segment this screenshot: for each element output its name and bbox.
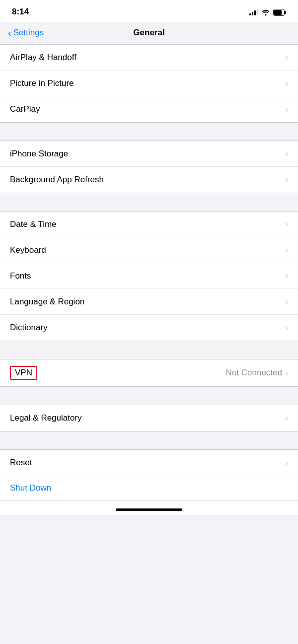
row-label: Date & Time bbox=[10, 219, 57, 229]
section-group-vpn: VPN Not Connected › bbox=[0, 359, 298, 387]
row-right: › bbox=[285, 245, 288, 255]
svg-rect-1 bbox=[285, 11, 286, 14]
chevron-icon: › bbox=[285, 52, 288, 63]
row-label: Dictionary bbox=[10, 323, 48, 333]
row-label: Fonts bbox=[10, 271, 31, 281]
vpn-list-item[interactable]: VPN Not Connected › bbox=[0, 359, 298, 386]
nav-header: ‹ Settings General bbox=[0, 22, 298, 44]
vpn-label-box: VPN bbox=[10, 366, 37, 380]
list-item[interactable]: Background App Refresh › bbox=[0, 167, 298, 193]
chevron-icon: › bbox=[285, 271, 288, 281]
chevron-icon: › bbox=[285, 175, 288, 185]
row-label: Picture in Picture bbox=[10, 78, 74, 88]
row-right: › bbox=[285, 52, 288, 63]
chevron-icon: › bbox=[285, 296, 288, 307]
shutdown-row[interactable]: Shut Down bbox=[0, 476, 298, 501]
row-label: CarPlay bbox=[10, 104, 40, 114]
section-group-legal: Legal & Regulatory › bbox=[0, 405, 298, 431]
section-divider bbox=[0, 193, 298, 211]
row-right: › bbox=[285, 148, 288, 159]
row-right: › bbox=[285, 271, 288, 281]
list-group-1: AirPlay & Handoff › Picture in Picture ›… bbox=[0, 44, 298, 123]
wifi-icon bbox=[261, 7, 270, 16]
back-chevron-icon: ‹ bbox=[8, 28, 11, 38]
chevron-icon: › bbox=[285, 458, 288, 468]
row-right: Not Connected › bbox=[226, 368, 288, 378]
vpn-label: VPN bbox=[15, 368, 32, 377]
chevron-icon: › bbox=[285, 413, 288, 424]
list-item[interactable]: CarPlay › bbox=[0, 96, 298, 122]
section-divider bbox=[0, 387, 298, 405]
section-divider bbox=[0, 341, 298, 359]
row-right: › bbox=[285, 323, 288, 333]
shutdown-label[interactable]: Shut Down bbox=[10, 483, 51, 493]
list-group-3: Date & Time › Keyboard › Fonts › Languag… bbox=[0, 211, 298, 341]
svg-rect-2 bbox=[274, 10, 282, 15]
row-label: Language & Region bbox=[10, 297, 84, 307]
status-icons bbox=[249, 7, 286, 16]
list-item[interactable]: Date & Time › bbox=[0, 212, 298, 237]
row-right: › bbox=[285, 458, 288, 468]
reset-list-item[interactable]: Reset › bbox=[0, 450, 298, 476]
list-item[interactable]: iPhone Storage › bbox=[0, 141, 298, 167]
section-divider bbox=[0, 431, 298, 449]
status-bar: 8:14 bbox=[0, 0, 298, 22]
list-item[interactable]: Language & Region › bbox=[0, 289, 298, 315]
list-item[interactable]: Keyboard › bbox=[0, 237, 298, 263]
vpn-status: Not Connected bbox=[226, 368, 282, 378]
row-right: › bbox=[285, 296, 288, 307]
row-label: Reset bbox=[10, 458, 32, 468]
row-right: › bbox=[285, 413, 288, 424]
section-divider bbox=[0, 123, 298, 141]
list-item[interactable]: Legal & Regulatory › bbox=[0, 405, 298, 431]
chevron-icon: › bbox=[285, 323, 288, 333]
status-time: 8:14 bbox=[12, 7, 29, 17]
chevron-icon: › bbox=[285, 148, 288, 159]
chevron-icon: › bbox=[285, 368, 288, 378]
back-label: Settings bbox=[13, 28, 44, 38]
page-title: General bbox=[133, 28, 164, 38]
row-label: AirPlay & Handoff bbox=[10, 53, 76, 63]
section-group-3: Date & Time › Keyboard › Fonts › Languag… bbox=[0, 211, 298, 341]
row-right: › bbox=[285, 175, 288, 185]
chevron-icon: › bbox=[285, 104, 288, 115]
row-label: Background App Refresh bbox=[10, 175, 104, 185]
list-item[interactable]: Picture in Picture › bbox=[0, 71, 298, 96]
signal-icon bbox=[249, 8, 258, 15]
section-group-reset: Reset › bbox=[0, 449, 298, 476]
list-group-reset: Reset › bbox=[0, 449, 298, 476]
list-item[interactable]: Dictionary › bbox=[0, 315, 298, 341]
row-label: iPhone Storage bbox=[10, 149, 68, 159]
chevron-icon: › bbox=[285, 219, 288, 229]
row-label: Legal & Regulatory bbox=[10, 413, 82, 423]
list-item[interactable]: AirPlay & Handoff › bbox=[0, 45, 298, 71]
row-right: › bbox=[285, 78, 288, 88]
list-group-2: iPhone Storage › Background App Refresh … bbox=[0, 141, 298, 193]
row-right: › bbox=[285, 219, 288, 229]
back-button[interactable]: ‹ Settings bbox=[8, 28, 44, 38]
row-right: › bbox=[285, 104, 288, 115]
home-indicator bbox=[0, 501, 298, 515]
list-group-vpn: VPN Not Connected › bbox=[0, 359, 298, 387]
list-group-legal: Legal & Regulatory › bbox=[0, 405, 298, 431]
list-item[interactable]: Fonts › bbox=[0, 263, 298, 289]
row-label: Keyboard bbox=[10, 245, 46, 255]
home-bar bbox=[116, 508, 182, 511]
chevron-icon: › bbox=[285, 245, 288, 255]
chevron-icon: › bbox=[285, 78, 288, 88]
battery-icon bbox=[273, 7, 286, 16]
section-group-2: iPhone Storage › Background App Refresh … bbox=[0, 141, 298, 193]
section-group-1: AirPlay & Handoff › Picture in Picture ›… bbox=[0, 44, 298, 123]
